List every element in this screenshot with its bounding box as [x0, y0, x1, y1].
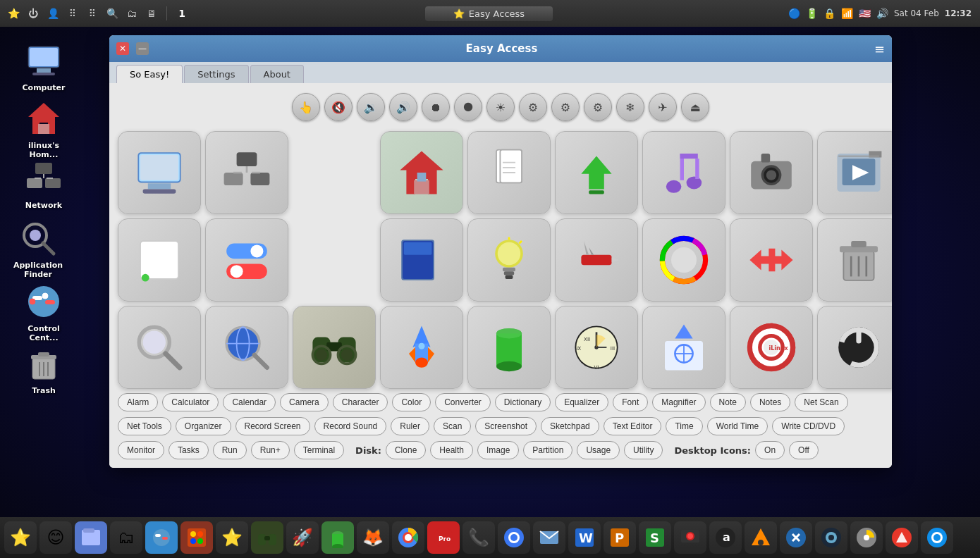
tag-tasks[interactable]: Tasks — [169, 441, 209, 459]
taskbar-word[interactable]: W — [568, 521, 601, 554]
tag-terminal[interactable]: Terminal — [294, 441, 344, 459]
taskbar-pro[interactable]: Pro — [427, 521, 460, 554]
bluetooth-icon[interactable]: 🔵 — [788, 8, 800, 19]
tag-image[interactable]: Image — [477, 441, 519, 459]
screen-icon[interactable]: 🖥 — [144, 6, 159, 21]
taskbar-vlc[interactable] — [745, 521, 777, 554]
taskbar-star[interactable]: ⭐ — [4, 521, 37, 554]
tag-text-editor[interactable]: Text Editor — [604, 417, 662, 435]
tag-monitor[interactable]: Monitor — [118, 441, 164, 459]
tag-font[interactable]: Font — [613, 393, 648, 411]
window-minimize-button[interactable]: — — [136, 42, 149, 55]
taskbar-teamviewer[interactable] — [921, 521, 953, 554]
tag-character[interactable]: Character — [333, 393, 388, 411]
tag-net-scan[interactable]: Net Scan — [795, 393, 847, 411]
tab-settings[interactable]: Settings — [184, 65, 248, 83]
app-magnifier[interactable] — [118, 306, 201, 389]
desktop-on-button[interactable]: On — [755, 441, 785, 459]
volume-icon[interactable]: 🔊 — [876, 8, 888, 19]
app-network[interactable] — [205, 131, 288, 214]
tag-partition[interactable]: Partition — [523, 441, 572, 459]
tag-world-time[interactable]: World Time — [707, 417, 768, 435]
tag-run-plus[interactable]: Run+ — [251, 441, 290, 459]
tag-ruler[interactable]: Ruler — [391, 417, 429, 435]
app-tube[interactable] — [467, 306, 551, 389]
tag-screenshot[interactable]: Screenshot — [475, 417, 537, 435]
desktop-icon-network[interactable]: Network — [16, 159, 72, 210]
taskbar-colors[interactable] — [180, 521, 213, 554]
taskbar-steam[interactable] — [815, 521, 847, 554]
app-video[interactable] — [817, 131, 892, 214]
taskbar-timeshift[interactable] — [850, 521, 883, 554]
taskbar-chrome[interactable] — [392, 521, 424, 554]
dots-icon[interactable]: ⠿ — [85, 6, 100, 21]
tag-run[interactable]: Run — [213, 441, 247, 459]
taskbar-filemanager[interactable]: 🗂 — [110, 521, 142, 554]
app-trash2[interactable] — [817, 218, 892, 302]
tag-equalizer[interactable]: Equalizer — [555, 393, 608, 411]
window-close-button[interactable]: ✕ — [116, 42, 129, 55]
workspace-label[interactable]: 1 — [174, 6, 190, 21]
files-icon[interactable]: 🗂 — [124, 6, 140, 21]
tag-notes[interactable]: Notes — [750, 393, 790, 411]
user-icon[interactable]: 👤 — [45, 6, 61, 21]
app-toggle[interactable] — [205, 218, 288, 302]
app-power[interactable] — [817, 306, 892, 389]
snowflake-button[interactable]: ❄ — [616, 93, 644, 121]
tag-net-tools[interactable]: Net Tools — [118, 417, 171, 435]
vol-up-button[interactable]: 🔊 — [389, 93, 417, 121]
tag-record-screen[interactable]: Record Screen — [235, 417, 310, 435]
desktop-icon-computer[interactable]: Computer — [16, 41, 72, 92]
desktop-icon-control[interactable]: Control Cent... — [16, 282, 72, 342]
mute-button[interactable]: 🔇 — [324, 93, 353, 121]
app-store[interactable] — [642, 306, 725, 389]
app-swiss-knife[interactable] — [555, 218, 638, 302]
taskbar-signal[interactable] — [498, 521, 530, 554]
taskbar-firefox[interactable]: 🦊 — [357, 521, 389, 554]
taskbar-star2[interactable]: ⭐ — [216, 521, 248, 554]
taskbar-presentation[interactable]: P — [604, 521, 636, 554]
desktop-off-button[interactable]: Off — [789, 441, 819, 459]
brightness-down-button[interactable]: 🌑 — [454, 93, 482, 121]
power-icon[interactable]: ⏻ — [25, 6, 41, 21]
tag-utility[interactable]: Utility — [624, 441, 663, 459]
taskbar-screen-recorder[interactable] — [674, 521, 706, 554]
tag-organizer[interactable]: Organizer — [176, 417, 231, 435]
desktop-icon-trash[interactable]: Trash — [16, 344, 72, 395]
eject-button[interactable]: ⏏ — [681, 93, 709, 121]
gear1-button[interactable]: ⚙ — [519, 93, 547, 121]
taskbar-rocket[interactable]: 🚀 — [286, 521, 319, 554]
taskbar-anydesk[interactable] — [886, 521, 918, 554]
app-download[interactable] — [555, 131, 638, 214]
tab-about[interactable]: About — [250, 65, 304, 83]
tag-camera[interactable]: Camera — [280, 393, 329, 411]
app-lightbulb[interactable] — [467, 218, 551, 302]
tag-health[interactable]: Health — [430, 441, 473, 459]
taskbar-qbit[interactable] — [780, 521, 812, 554]
taskbar-settings[interactable] — [145, 521, 178, 554]
taskbar-smiley[interactable]: 😊 — [39, 521, 72, 554]
tag-magnifier[interactable]: Magnifier — [652, 393, 705, 411]
taskbar-binoculars[interactable] — [251, 521, 283, 554]
taskbar-files[interactable] — [75, 521, 107, 554]
record-button[interactable]: ⏺ — [422, 93, 450, 121]
apps-icon[interactable]: ⠿ — [65, 6, 80, 21]
gear3-button[interactable]: ⚙ — [584, 93, 612, 121]
app-time-machine[interactable]: XIIIIIVIIX — [555, 306, 638, 389]
app-rocket[interactable] — [380, 306, 463, 389]
app-blank[interactable] — [118, 218, 201, 302]
tag-calculator[interactable]: Calculator — [162, 393, 219, 411]
taskbar-email[interactable] — [533, 521, 565, 554]
tag-write-cd[interactable]: Write CD/DVD — [772, 417, 845, 435]
app-home[interactable] — [380, 131, 463, 214]
window-menu-button[interactable]: ≡ — [874, 42, 885, 56]
taskbar-amazon[interactable]: a — [709, 521, 742, 554]
gear2-button[interactable]: ⚙ — [551, 93, 580, 121]
app-my-computer[interactable] — [118, 131, 201, 214]
tag-alarm[interactable]: Alarm — [118, 393, 158, 411]
app-music[interactable] — [642, 131, 725, 214]
brightness-up-button[interactable]: ☀️ — [486, 93, 515, 121]
app-world-search[interactable] — [205, 306, 288, 389]
app-arrows[interactable] — [730, 218, 813, 302]
taskbar-spreadsheet[interactable]: S — [639, 521, 671, 554]
